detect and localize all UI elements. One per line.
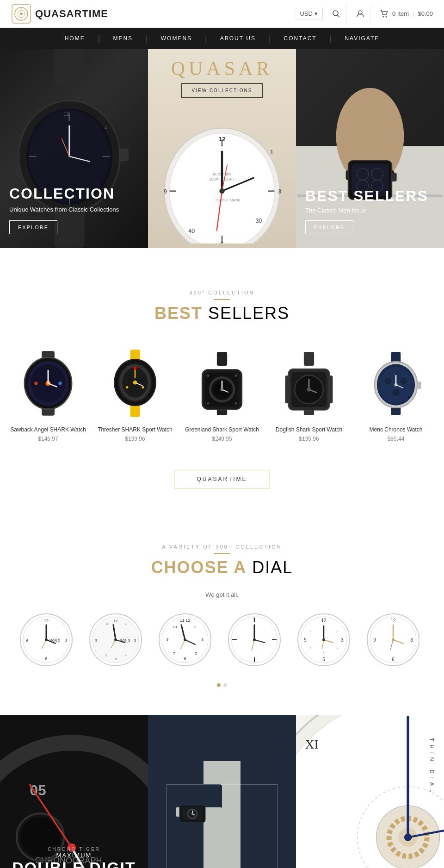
svg-point-111 bbox=[400, 376, 408, 384]
dial-item-4[interactable] bbox=[227, 612, 287, 672]
svg-text:11 12: 11 12 bbox=[180, 618, 191, 623]
choose-dial-title: CHOOSE A DIAL bbox=[0, 558, 444, 577]
svg-rect-99 bbox=[328, 375, 333, 403]
cart-area[interactable]: 0 Item | $0.00 bbox=[375, 10, 433, 18]
dial-item-5[interactable]: 12 3 9 6 bbox=[296, 612, 356, 672]
user-account-button[interactable] bbox=[351, 4, 371, 24]
promo-panel-center[interactable]: MANHATTAN EXPLORER bbox=[148, 715, 296, 868]
svg-text:3: 3 bbox=[410, 637, 413, 643]
svg-text:2: 2 bbox=[105, 125, 107, 130]
svg-text:12: 12 bbox=[321, 618, 327, 623]
svg-point-144 bbox=[114, 638, 117, 641]
logo[interactable]: QUASARTIME bbox=[11, 4, 108, 24]
svg-text:10: 10 bbox=[105, 622, 109, 625]
cart-count: 0 Item bbox=[392, 10, 409, 17]
product-card-5[interactable]: Mens Chronos Watch $85.44 bbox=[352, 342, 439, 447]
search-icon bbox=[332, 10, 340, 18]
svg-text:2: 2 bbox=[125, 622, 127, 625]
svg-point-68 bbox=[58, 381, 62, 385]
svg-point-110 bbox=[384, 376, 392, 384]
product-watch-svg-2 bbox=[107, 346, 163, 420]
nav-item-contact[interactable]: CONTACT bbox=[271, 28, 330, 49]
search-button[interactable] bbox=[327, 4, 347, 24]
nav-item-home[interactable]: HOME bbox=[52, 28, 98, 49]
svg-text:4: 4 bbox=[125, 654, 127, 657]
dial-item-1[interactable]: 12 6 9 3 MON 3 bbox=[18, 612, 79, 672]
currency-selector[interactable]: USD ▾ bbox=[295, 8, 322, 19]
product-card-2[interactable]: Thresher SHARK Sport Watch $199.96 bbox=[92, 342, 179, 447]
main-navigation: HOME | MENS | WOMENS | ABOUT US | CONTAC… bbox=[0, 28, 444, 49]
dial-item-3[interactable]: 11 12 10 2 9 3 7 5 6 1 bbox=[157, 612, 217, 672]
svg-rect-116 bbox=[417, 381, 421, 388]
promo-left-watch: 05 CHRONOGRAPH bbox=[0, 715, 148, 868]
best-sellers-section: 360° COLLECTION BEST SELLERS bbox=[0, 248, 444, 516]
svg-point-80 bbox=[126, 386, 128, 388]
svg-text:9: 9 bbox=[373, 637, 376, 643]
svg-text:12: 12 bbox=[390, 618, 396, 623]
svg-text:6: 6 bbox=[392, 657, 395, 662]
svg-text:12: 12 bbox=[44, 618, 49, 623]
product-watch-svg-4 bbox=[281, 348, 337, 419]
svg-point-11 bbox=[382, 16, 384, 17]
svg-text:9: 9 bbox=[304, 637, 307, 643]
svg-rect-60 bbox=[391, 173, 397, 181]
svg-text:3: 3 bbox=[64, 638, 67, 643]
nav-item-navigate[interactable]: NAVIGATE bbox=[332, 28, 392, 49]
nav-item-about[interactable]: ABOUT US bbox=[207, 28, 269, 49]
promo-panel-left[interactable]: 05 CHRONOGRAPH CHRONO TIGER MAXIMUM DOUB… bbox=[0, 715, 148, 868]
dial-item-6[interactable]: 12 3 9 6 bbox=[365, 612, 426, 672]
hero-left-description: Unique Watches from Classic Collections bbox=[9, 205, 119, 214]
svg-point-90 bbox=[221, 387, 224, 391]
dials-row: 12 6 9 3 MON 3 12 6 9 3 bbox=[0, 612, 444, 672]
product-card-1[interactable]: Sawback Angel SHARK Watch $146.97 bbox=[5, 342, 92, 447]
svg-text:30: 30 bbox=[255, 218, 262, 224]
svg-text:XI: XI bbox=[305, 737, 319, 751]
hero-center-title: QUASAR bbox=[148, 57, 296, 80]
user-icon bbox=[356, 10, 364, 18]
dial-item-2[interactable]: 12 6 9 3 10 2 8 4 MON 3 bbox=[88, 612, 148, 672]
hero-panel-left: 12 2 COLLECTION Unique Watches from Clas… bbox=[0, 49, 148, 248]
dot-1[interactable] bbox=[217, 683, 221, 687]
product-price-3: $249.95 bbox=[183, 436, 261, 442]
promo-left-text: CHRONO TIGER MAXIMUM DOUBLE DIGIT bbox=[12, 847, 136, 868]
section-divider-1 bbox=[214, 299, 230, 300]
product-name-5: Mens Chronos Watch bbox=[357, 426, 435, 434]
product-name-3: Greenland Shark Sport Watch bbox=[183, 426, 261, 434]
hero-panel-center: QUASAR VIEW COLLECTIONS 12 1 3 6 9 autom… bbox=[148, 49, 296, 248]
choose-dial-description: We got it all. bbox=[0, 591, 444, 598]
quasartime-button[interactable]: QUASARTIME bbox=[174, 470, 270, 488]
svg-point-91 bbox=[207, 374, 209, 376]
hero-left-explore-button[interactable]: EXPLORE bbox=[9, 220, 57, 234]
product-watch-svg-1 bbox=[18, 349, 78, 418]
svg-point-92 bbox=[234, 374, 237, 376]
dot-2[interactable] bbox=[223, 683, 227, 687]
svg-text:2: 2 bbox=[194, 625, 197, 629]
product-name-2: Thresher SHARK Sport Watch bbox=[96, 426, 174, 434]
svg-point-3 bbox=[20, 12, 23, 15]
choose-dial-label: A VARIETY OF 300+ COLLECTION bbox=[0, 544, 444, 550]
svg-text:9: 9 bbox=[95, 638, 98, 643]
svg-text:40: 40 bbox=[188, 228, 195, 234]
svg-point-231 bbox=[404, 833, 412, 841]
nav-item-womens[interactable]: WOMENS bbox=[148, 28, 205, 49]
section-divider-2 bbox=[214, 553, 230, 554]
svg-text:3: 3 bbox=[134, 638, 136, 643]
product-image-2 bbox=[96, 346, 174, 420]
svg-point-81 bbox=[142, 386, 144, 388]
nav-item-mens[interactable]: MENS bbox=[100, 28, 146, 49]
product-image-5 bbox=[357, 346, 435, 420]
promo-right-watch: XII II III V VI VII IX XI bbox=[296, 715, 444, 868]
svg-text:3: 3 bbox=[278, 188, 281, 195]
svg-text:6: 6 bbox=[45, 656, 47, 661]
svg-point-43 bbox=[219, 188, 224, 194]
svg-rect-95 bbox=[304, 351, 314, 365]
product-card-3[interactable]: Greenland Shark Sport Watch $249.95 bbox=[179, 342, 265, 447]
site-header: QUASARTIME USD ▾ 0 Item | bbox=[0, 0, 444, 28]
hero-right-explore-button[interactable]: EXPLORE bbox=[305, 220, 353, 234]
svg-rect-26 bbox=[119, 149, 128, 161]
svg-text:6: 6 bbox=[322, 657, 325, 662]
best-sellers-title: BEST SELLERS bbox=[0, 304, 444, 323]
product-card-4[interactable]: Dogfish Shark Sport Watch $195.96 bbox=[265, 342, 352, 447]
hero-left-title: COLLECTION bbox=[9, 186, 119, 202]
promo-panel-right[interactable]: XII II III V VI VII IX XI THIN DIAL bbox=[296, 715, 444, 868]
